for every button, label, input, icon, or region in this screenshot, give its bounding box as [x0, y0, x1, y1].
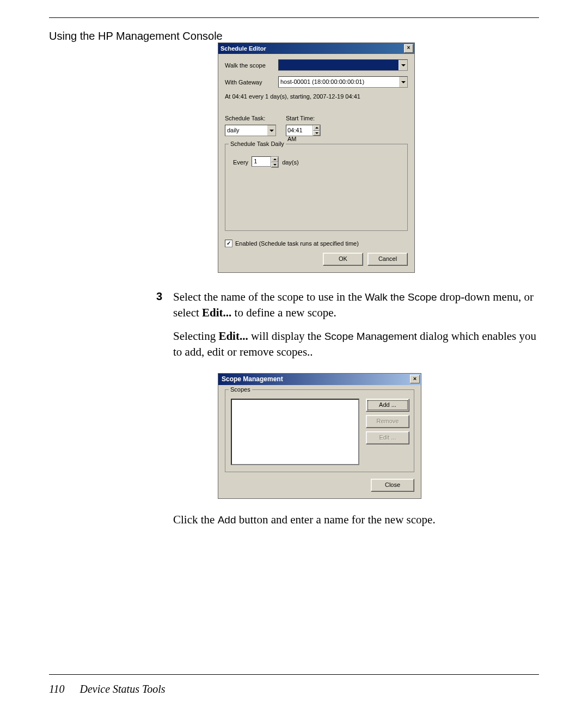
enabled-checkbox[interactable]: ✓ [225, 240, 232, 247]
cancel-button[interactable]: Cancel [367, 253, 408, 266]
spinner-up-icon[interactable] [271, 157, 278, 162]
dialog-titlebar: Scope Management × [218, 374, 421, 385]
add-button[interactable]: Add ... [366, 399, 409, 412]
every-label: Every [233, 159, 248, 166]
schedule-task-label: Schedule Task: [225, 115, 276, 121]
schedule-editor-dialog: Schedule Editor × Walk the scope With Ga… [218, 42, 415, 273]
scopes-group: Scopes Add ... Remove Edit ... [225, 389, 414, 472]
dialog-title: Scope Management [222, 375, 283, 383]
instruction-text: Click the Add button and enter a name fo… [173, 513, 539, 527]
chevron-down-icon[interactable] [399, 60, 407, 70]
spinner-down-icon[interactable] [271, 162, 278, 168]
page-number: 110 [49, 683, 65, 695]
dialog-title: Schedule Editor [220, 45, 266, 52]
ui-term: Walk the Scope [365, 291, 437, 303]
with-gateway-value: host-00001 (18:00:00:00:00:01) [279, 77, 399, 87]
spinner-up-icon[interactable] [313, 125, 320, 131]
page-header: Using the HP Management Console [49, 30, 539, 42]
walk-scope-dropdown[interactable] [278, 59, 408, 71]
start-time-spinner[interactable]: 04:41 AM [286, 125, 321, 136]
step-number: 3 [152, 289, 162, 360]
walk-scope-label: Walk the scope [225, 62, 278, 69]
with-gateway-label: With Gateway [225, 79, 278, 86]
text: Click the [173, 513, 218, 526]
schedule-task-daily-group: Schedule Task Daily Every 1 day(s) [225, 144, 408, 231]
close-button[interactable]: Close [371, 479, 414, 492]
scopes-listbox[interactable] [231, 399, 359, 465]
text: will display the [248, 329, 324, 343]
chevron-down-icon[interactable] [399, 77, 407, 87]
start-time-value[interactable]: 04:41 AM [286, 125, 313, 136]
ui-term: Add [218, 514, 236, 526]
remove-button[interactable]: Remove [366, 415, 409, 428]
schedule-task-dropdown[interactable]: daily [225, 125, 276, 136]
every-value-input[interactable]: 1 [252, 156, 271, 167]
bold-term: Edit... [202, 306, 231, 319]
dialog-titlebar: Schedule Editor × [218, 43, 414, 54]
step-text: Select the name of the scope to use in t… [173, 289, 539, 360]
bold-term: Edit... [218, 329, 248, 343]
footer-section: Device Status Tools [80, 683, 166, 695]
text: Selecting [173, 329, 218, 343]
spinner-down-icon[interactable] [313, 131, 320, 136]
ui-term: Scope Management [324, 331, 417, 342]
ok-button[interactable]: OK [323, 253, 363, 266]
edit-button[interactable]: Edit ... [366, 431, 409, 444]
group-legend: Scopes [229, 386, 252, 393]
close-icon[interactable]: × [410, 375, 420, 383]
days-label: day(s) [282, 159, 299, 166]
text: button and enter a name for the new scop… [236, 513, 435, 526]
scope-management-dialog: Scope Management × Scopes Add ... Remove… [218, 373, 421, 499]
with-gateway-dropdown[interactable]: host-00001 (18:00:00:00:00:01) [278, 76, 408, 88]
text: Select the name of the scope to use in t… [173, 290, 365, 303]
enabled-label: Enabled (Schedule task runs at specified… [235, 240, 359, 247]
start-time-label: Start Time: [286, 115, 321, 121]
chevron-down-icon[interactable] [267, 125, 275, 136]
schedule-task-value: daily [225, 125, 267, 136]
text: to define a new scope. [231, 306, 336, 319]
close-icon[interactable]: × [404, 44, 413, 53]
schedule-summary: At 04:41 every 1 day(s), starting, 2007-… [225, 93, 408, 100]
group-legend: Schedule Task Daily [229, 141, 286, 147]
walk-scope-value [279, 60, 399, 70]
